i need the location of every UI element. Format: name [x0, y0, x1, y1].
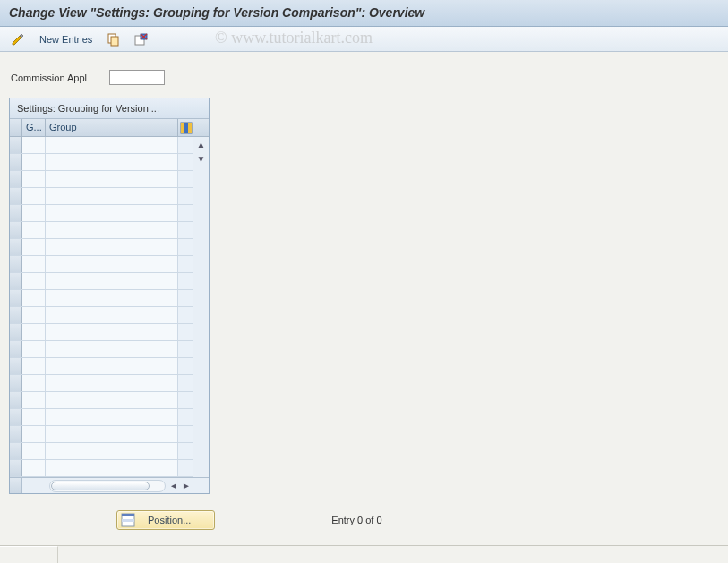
cell-group[interactable]	[46, 324, 178, 340]
table-row	[10, 137, 193, 154]
cell-g[interactable]	[22, 358, 46, 374]
column-header-g[interactable]: G...	[22, 119, 46, 136]
cell-group[interactable]	[46, 154, 178, 170]
cell-group[interactable]	[46, 460, 178, 476]
table-row	[10, 256, 193, 273]
svg-rect-12	[122, 519, 134, 522]
column-header-group[interactable]: Group	[46, 119, 178, 136]
cell-g[interactable]	[22, 443, 46, 459]
row-selector[interactable]	[10, 307, 22, 323]
page-title: Change View "Settings: Grouping for Vers…	[9, 5, 424, 20]
cell-group[interactable]	[46, 222, 178, 238]
cell-group[interactable]	[46, 290, 178, 306]
cell-group[interactable]	[46, 205, 178, 221]
cell-group[interactable]	[46, 171, 178, 187]
cell-group[interactable]	[46, 409, 178, 425]
horizontal-scrollbar[interactable]: ◄ ►	[10, 477, 209, 493]
delete-button[interactable]	[130, 30, 151, 48]
cell-g[interactable]	[22, 154, 46, 170]
table-row	[10, 443, 193, 460]
cell-g[interactable]	[22, 409, 46, 425]
status-cell	[0, 546, 58, 563]
row-selector[interactable]	[10, 324, 22, 340]
row-selector[interactable]	[10, 460, 22, 476]
cell-g[interactable]	[22, 137, 46, 153]
title-bar: Change View "Settings: Grouping for Vers…	[0, 0, 728, 27]
cell-g[interactable]	[22, 375, 46, 391]
copy-as-button[interactable]	[103, 30, 124, 48]
table-row	[10, 426, 193, 443]
row-selector[interactable]	[10, 171, 22, 187]
cell-g[interactable]	[22, 205, 46, 221]
hscroll-track[interactable]	[49, 480, 166, 492]
cell-group[interactable]	[46, 188, 178, 204]
select-all-handle[interactable]	[10, 119, 22, 136]
cell-g[interactable]	[22, 188, 46, 204]
row-selector[interactable]	[10, 188, 22, 204]
cell-g[interactable]	[22, 273, 46, 289]
cell-group[interactable]	[46, 137, 178, 153]
cell-group[interactable]	[46, 443, 178, 459]
row-selector[interactable]	[10, 392, 22, 408]
table-row	[10, 154, 193, 171]
row-selector[interactable]	[10, 426, 22, 442]
cell-group[interactable]	[46, 426, 178, 442]
row-selector[interactable]	[10, 273, 22, 289]
row-selector[interactable]	[10, 239, 22, 255]
cell-g[interactable]	[22, 290, 46, 306]
svg-rect-7	[181, 123, 184, 133]
table-caption: Settings: Grouping for Version ...	[10, 98, 209, 119]
scroll-down-button[interactable]: ▼	[194, 151, 209, 166]
row-selector[interactable]	[10, 290, 22, 306]
new-entries-button[interactable]: New Entries	[34, 32, 98, 47]
cell-group[interactable]	[46, 273, 178, 289]
cell-group[interactable]	[46, 341, 178, 357]
pencil-glasses-icon	[11, 32, 25, 47]
row-selector[interactable]	[10, 256, 22, 272]
cell-g[interactable]	[22, 307, 46, 323]
svg-rect-11	[122, 514, 134, 516]
table-settings-button[interactable]	[178, 119, 194, 136]
cell-group[interactable]	[46, 256, 178, 272]
table-header-row: G... Group	[10, 119, 209, 137]
cell-g[interactable]	[22, 426, 46, 442]
status-bar	[0, 545, 728, 563]
row-selector[interactable]	[10, 375, 22, 391]
commission-appl-row: Commission Appl	[11, 70, 717, 85]
cell-group[interactable]	[46, 392, 178, 408]
cell-g[interactable]	[22, 341, 46, 357]
svg-rect-8	[184, 123, 188, 133]
cell-g[interactable]	[22, 222, 46, 238]
commission-appl-input[interactable]	[109, 70, 165, 85]
scroll-right-button[interactable]: ►	[180, 480, 193, 492]
cell-g[interactable]	[22, 239, 46, 255]
table-row	[10, 290, 193, 307]
row-selector[interactable]	[10, 205, 22, 221]
row-selector[interactable]	[10, 137, 22, 153]
cell-g[interactable]	[22, 171, 46, 187]
table-row	[10, 188, 193, 205]
hscroll-corner	[10, 478, 22, 493]
row-selector[interactable]	[10, 222, 22, 238]
cell-group[interactable]	[46, 358, 178, 374]
row-selector[interactable]	[10, 443, 22, 459]
cell-group[interactable]	[46, 307, 178, 323]
row-selector[interactable]	[10, 341, 22, 357]
scroll-up-button[interactable]: ▲	[194, 137, 209, 151]
toggle-display-change-button[interactable]	[7, 30, 29, 48]
cell-g[interactable]	[22, 256, 46, 272]
cell-g[interactable]	[22, 392, 46, 408]
row-selector[interactable]	[10, 358, 22, 374]
position-button[interactable]: Position...	[116, 510, 215, 530]
table-row	[10, 392, 193, 409]
cell-group[interactable]	[46, 375, 178, 391]
cell-g[interactable]	[22, 460, 46, 476]
scroll-left-button[interactable]: ◄	[167, 480, 180, 492]
table-row	[10, 205, 193, 222]
hscroll-thumb[interactable]	[51, 482, 150, 490]
vertical-scrollbar[interactable]: ▲ ▼	[193, 137, 209, 477]
row-selector[interactable]	[10, 154, 22, 170]
row-selector[interactable]	[10, 409, 22, 425]
cell-g[interactable]	[22, 324, 46, 340]
cell-group[interactable]	[46, 239, 178, 255]
